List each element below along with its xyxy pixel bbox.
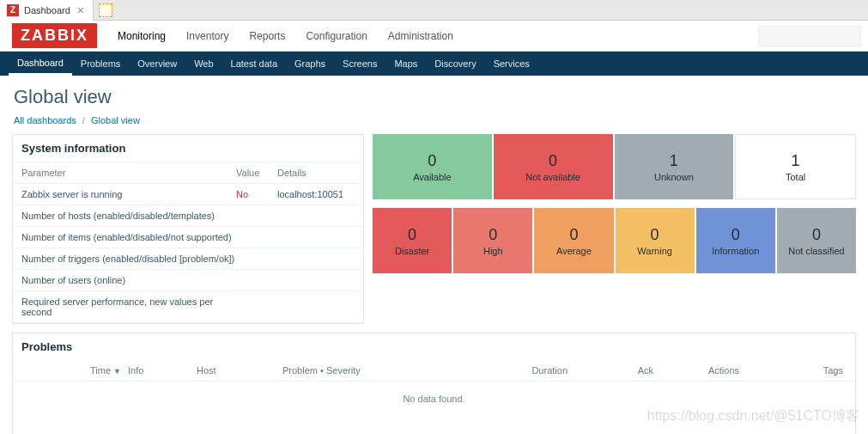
sysinfo-details [277, 254, 355, 264]
top-nav-item-inventory[interactable]: Inventory [176, 21, 239, 51]
status-card-total[interactable]: 1Total [735, 134, 856, 199]
sysinfo-details [277, 232, 355, 242]
status-count: 0 [651, 226, 659, 244]
status-card-not-available[interactable]: 0Not available [494, 134, 613, 199]
header: ZABBIX MonitoringInventoryReportsConfigu… [0, 21, 868, 52]
sub-nav-item-services[interactable]: Services [485, 52, 538, 76]
logo[interactable]: ZABBIX [12, 23, 97, 48]
status-card-high[interactable]: 0High [453, 208, 532, 273]
top-nav-item-configuration[interactable]: Configuration [295, 21, 377, 51]
sysinfo-row: Zabbix server is runningNolocalhost:1005… [13, 184, 363, 205]
sysinfo-param: Number of hosts (enabled/disabled/templa… [21, 211, 236, 221]
sysinfo-param: Required server performance, new values … [21, 296, 236, 317]
system-information-widget: System information Parameter Value Detai… [12, 134, 364, 324]
sub-nav-item-web[interactable]: Web [185, 52, 222, 76]
sysinfo-value [236, 232, 277, 242]
col-ack[interactable]: Ack [571, 365, 657, 376]
status-label: Not available [525, 172, 580, 182]
status-card-disaster[interactable]: 0Disaster [373, 208, 452, 273]
no-data-message: No data found. [13, 382, 855, 416]
sysinfo-value [236, 275, 277, 285]
browser-tab-bar: Z Dashboard × [0, 0, 868, 21]
status-label: Disaster [395, 246, 429, 256]
status-label: Available [413, 172, 451, 182]
sysinfo-row: Required server performance, new values … [13, 291, 363, 323]
breadcrumb-root-link[interactable]: All dashboards [14, 115, 76, 125]
top-nav-item-reports[interactable]: Reports [239, 21, 295, 51]
browser-tab[interactable]: Z Dashboard × [0, 0, 94, 21]
status-count: 0 [731, 226, 740, 244]
col-duration[interactable]: Duration [468, 365, 571, 376]
sysinfo-value [236, 254, 277, 264]
status-card-available[interactable]: 0Available [373, 134, 492, 199]
col-info[interactable]: Info [124, 365, 193, 376]
widget-title: System information [13, 135, 363, 162]
top-nav-item-monitoring[interactable]: Monitoring [107, 21, 176, 51]
sysinfo-row: Number of hosts (enabled/disabled/templa… [13, 205, 363, 227]
status-card-average[interactable]: 0Average [534, 208, 613, 273]
new-tab-icon[interactable] [99, 3, 112, 17]
sub-nav-item-discovery[interactable]: Discovery [426, 52, 484, 76]
status-count: 0 [549, 152, 557, 170]
problems-widget: Problems Time ▼ Info Host Problem • Seve… [12, 333, 856, 434]
sub-nav-item-screens[interactable]: Screens [334, 52, 385, 76]
browser-tab-title: Dashboard [24, 5, 70, 15]
sort-desc-icon: ▼ [113, 367, 121, 376]
sub-nav-item-dashboard[interactable]: Dashboard [9, 52, 72, 76]
status-label: Total [786, 172, 805, 182]
sysinfo-value [236, 296, 277, 317]
dashboard-row: System information Parameter Value Detai… [0, 134, 868, 333]
sysinfo-param: Number of triggers (enabled/disabled [pr… [21, 254, 236, 264]
status-card-warning[interactable]: 0Warning [616, 208, 695, 273]
status-card-unknown[interactable]: 1Unknown [615, 134, 734, 199]
col-host[interactable]: Host [193, 365, 279, 376]
sysinfo-value: No [236, 189, 277, 199]
widget-title: Problems [13, 333, 855, 360]
col-problem-severity[interactable]: Problem • Severity [279, 365, 468, 376]
status-count: 0 [812, 226, 821, 244]
favicon-zabbix-icon: Z [7, 4, 19, 16]
status-card-not-classified[interactable]: 0Not classified [777, 208, 856, 273]
col-details: Details [277, 168, 355, 178]
search-input[interactable] [758, 26, 861, 46]
sysinfo-row: Number of users (online) [13, 270, 363, 291]
status-label: Warning [637, 246, 672, 256]
sub-nav: DashboardProblemsOverviewWebLatest dataG… [0, 52, 868, 76]
status-card-information[interactable]: 0Information [696, 208, 775, 273]
sysinfo-param: Number of items (enabled/disabled/not su… [21, 232, 236, 242]
breadcrumb-separator: / [79, 115, 88, 125]
page-title: Global view [0, 76, 868, 115]
col-value: Value [236, 168, 277, 178]
sub-nav-item-problems[interactable]: Problems [72, 52, 129, 76]
host-status-row: 0Available0Not available1Unknown1Total [373, 134, 856, 199]
breadcrumb-current-link[interactable]: Global view [91, 115, 140, 125]
status-label: Information [712, 246, 759, 256]
sysinfo-value [236, 211, 277, 221]
col-actions[interactable]: Actions [657, 365, 743, 376]
col-time[interactable]: Time ▼ [21, 365, 124, 376]
status-label: Average [556, 246, 592, 256]
sysinfo-param: Number of users (online) [21, 275, 236, 285]
close-icon[interactable]: × [76, 3, 86, 17]
status-count: 1 [670, 152, 678, 170]
col-parameter: Parameter [21, 168, 236, 178]
severity-status-row: 0Disaster0High0Average0Warning0Informati… [373, 208, 856, 273]
status-count: 0 [569, 226, 578, 244]
sub-nav-item-maps[interactable]: Maps [385, 52, 426, 76]
sysinfo-details: localhost:10051 [277, 189, 355, 199]
status-count: 1 [792, 152, 800, 170]
sysinfo-row: Number of items (enabled/disabled/not su… [13, 227, 363, 248]
sysinfo-details [277, 275, 355, 285]
sysinfo-row: Number of triggers (enabled/disabled [pr… [13, 248, 363, 270]
sysinfo-header-row: Parameter Value Details [13, 162, 363, 184]
sysinfo-details [277, 211, 355, 221]
sub-nav-item-latest-data[interactable]: Latest data [222, 52, 286, 76]
col-tags[interactable]: Tags [743, 365, 847, 376]
problems-header-row: Time ▼ Info Host Problem • Severity Dura… [13, 360, 855, 382]
sub-nav-item-overview[interactable]: Overview [129, 52, 185, 76]
status-label: Unknown [654, 172, 694, 182]
status-label: High [483, 246, 503, 256]
status-count: 0 [428, 152, 436, 170]
top-nav-item-administration[interactable]: Administration [378, 21, 464, 51]
sub-nav-item-graphs[interactable]: Graphs [286, 52, 334, 76]
